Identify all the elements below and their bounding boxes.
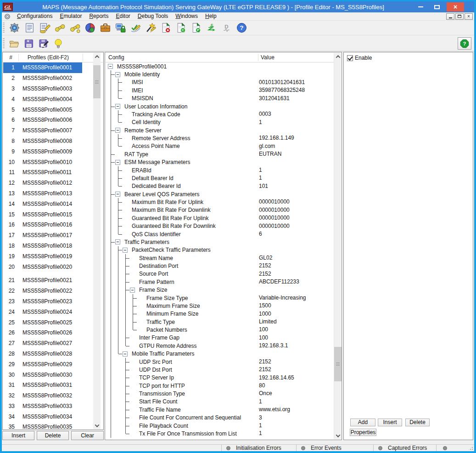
config-item-value[interactable]: 1500 xyxy=(259,302,271,310)
collapse-minus-icon[interactable] xyxy=(115,192,120,197)
config-tree-row[interactable]: GTPU Remote Address192.168.3.1 xyxy=(106,342,334,350)
profile-row[interactable]: 13MSS5S8Profile0013 xyxy=(3,188,93,199)
config-tree-row[interactable]: UDP Src Port2152 xyxy=(106,358,334,366)
profile-row[interactable]: 32MSS5S8Profile0032 xyxy=(3,391,93,401)
config-item-value[interactable]: Limited xyxy=(259,318,277,326)
config-item-value[interactable]: 192.168.14.65 xyxy=(259,374,294,382)
config-item-value[interactable]: 1 xyxy=(259,398,262,406)
continue-script-button[interactable]: C xyxy=(174,21,189,35)
enable-checkbox[interactable] xyxy=(347,55,353,61)
config-tree-row[interactable]: Frame Size TypeVariable-Increasing xyxy=(106,294,334,302)
config-tree-row[interactable]: Maximum Bit Rate For Uplink0000010000 xyxy=(106,198,334,206)
config-item-value[interactable]: 2152 xyxy=(259,270,271,278)
config-tree-row[interactable]: Dedicated Bearer Id101 xyxy=(106,182,334,190)
config-tree-row[interactable]: Bearer Level QOS Parameters xyxy=(106,190,334,198)
menu-reports[interactable]: Reports xyxy=(85,12,112,21)
config-item-value[interactable]: Once xyxy=(259,390,272,397)
config-tree-row[interactable]: File Playback Count1 xyxy=(106,422,334,430)
profile-row[interactable]: 31MSS5S8Profile0031 xyxy=(3,380,93,391)
clear-profile-button[interactable]: Clear xyxy=(71,431,104,440)
profile-row[interactable]: 14MSS5S8Profile0014 xyxy=(3,198,93,209)
config-tree-row[interactable]: Access Point Namegl.com xyxy=(106,142,334,150)
config-tree-row[interactable]: Inter Frame Gap100 xyxy=(106,334,334,342)
profile-row[interactable]: 1MSS5S8Profile0001 xyxy=(3,62,93,73)
config-tree-row[interactable]: MSISDN3012041631 xyxy=(106,95,334,102)
scroll-up-icon[interactable] xyxy=(93,53,101,60)
config-item-value[interactable]: www.etsi.org xyxy=(259,406,290,413)
scrollbar-thumb[interactable] xyxy=(334,347,342,381)
menu-debug-tools[interactable]: Debug Tools xyxy=(134,12,172,21)
scrollbar-thumb[interactable] xyxy=(93,65,101,98)
config-tree-row[interactable]: Traffic Parameters xyxy=(106,238,334,246)
column-header-index[interactable]: # xyxy=(3,53,18,62)
profile-row[interactable]: 5MSS5S8Profile0005 xyxy=(3,104,93,115)
config-tree-row[interactable]: TCP port for HTTP80 xyxy=(106,382,334,390)
remote-access-button[interactable] xyxy=(113,21,128,35)
command-sequencer-button[interactable]: c xyxy=(204,21,219,35)
config-item-value[interactable]: 001013012041631 xyxy=(259,79,305,86)
add-button[interactable]: Add xyxy=(350,419,375,426)
profile-row[interactable]: 2MSS5S8Profile0002 xyxy=(3,73,93,84)
mdi-restore-button[interactable] xyxy=(455,13,464,20)
config-item-value[interactable]: 0000010000 xyxy=(259,222,290,230)
profile-row[interactable]: 21MSS5S8Profile0021 xyxy=(3,275,93,286)
config-tree-row[interactable]: Maximum Frame Size1500 xyxy=(106,302,334,310)
minimize-button[interactable] xyxy=(414,2,427,11)
config-tree-row[interactable]: RAT TypeEUTRAN xyxy=(106,150,334,158)
profile-row[interactable]: 9MSS5S8Profile0009 xyxy=(3,146,93,157)
profiles-scrollbar[interactable] xyxy=(93,53,101,429)
config-item-value[interactable]: 80 xyxy=(259,382,265,390)
events-profile-button[interactable] xyxy=(98,21,113,35)
protocol-settings-button[interactable] xyxy=(7,21,22,35)
config-item-value[interactable]: 0003 xyxy=(259,110,271,118)
config-tree-row[interactable]: Traffic TypeLimited xyxy=(106,318,334,326)
menu-windows[interactable]: Windows xyxy=(172,12,202,21)
profile-row[interactable]: 34MSS5S8Profile0034 xyxy=(3,411,93,422)
config-scrollbar[interactable] xyxy=(334,53,341,439)
script-verify-button[interactable] xyxy=(128,21,143,35)
profile-editor-button[interactable] xyxy=(37,21,52,35)
profile-row[interactable]: 15MSS5S8Profile0015 xyxy=(3,209,93,220)
collapse-minus-icon[interactable] xyxy=(115,128,120,133)
collapse-minus-icon[interactable] xyxy=(115,72,120,77)
config-tree-row[interactable]: Source Port2152 xyxy=(106,270,334,278)
collapse-minus-icon[interactable] xyxy=(115,160,120,165)
config-tree-row[interactable]: Packet Numbers100 xyxy=(106,326,334,334)
config-item-value[interactable]: 100 xyxy=(259,334,268,342)
insert-button[interactable]: Insert xyxy=(378,419,402,426)
mdi-minimize-button[interactable] xyxy=(446,13,454,20)
config-tree-row[interactable]: IMSI001013012041631 xyxy=(106,79,334,86)
collapse-minus-icon[interactable] xyxy=(115,239,120,244)
menu-emulator[interactable]: Emulator xyxy=(56,12,85,21)
profile-row[interactable]: 30MSS5S8Profile0030 xyxy=(3,369,93,380)
config-item-value[interactable]: Variable-Increasing xyxy=(259,294,306,302)
config-item-value[interactable]: 0000010000 xyxy=(259,206,290,214)
config-item-value[interactable]: 1 xyxy=(259,174,262,182)
config-tree-row[interactable]: File Count For Concurrent and Sequential… xyxy=(106,414,334,422)
column-header-value[interactable]: Value xyxy=(261,53,274,62)
column-header-config[interactable]: Config xyxy=(108,53,124,62)
profile-row[interactable]: 17MSS5S8Profile0017 xyxy=(3,230,93,241)
profile-row[interactable]: 16MSS5S8Profile0016 xyxy=(3,220,93,230)
profile-row[interactable]: 20MSS5S8Profile0020 xyxy=(3,261,93,272)
profile-row[interactable]: 22MSS5S8Profile0022 xyxy=(3,286,93,296)
config-tree-row[interactable]: Transmission TypeOnce xyxy=(106,390,334,397)
properties-button[interactable]: Properties xyxy=(350,429,376,436)
config-tree-row[interactable]: ERABId1 xyxy=(106,166,334,174)
call-reception-button[interactable] xyxy=(67,21,83,35)
config-tree-row[interactable]: User Location Information xyxy=(106,102,334,110)
toolbar-gripper[interactable] xyxy=(3,23,5,34)
profile-row[interactable]: 8MSS5S8Profile0008 xyxy=(3,136,93,147)
config-item-value[interactable]: 359877068325248 xyxy=(259,86,305,94)
config-tree-row[interactable]: Mobile Traffic Parameters xyxy=(106,350,334,358)
menu-editor[interactable]: Editor xyxy=(112,12,134,21)
profile-row[interactable]: 29MSS5S8Profile0029 xyxy=(3,359,93,369)
profile-row[interactable]: 23MSS5S8Profile0023 xyxy=(3,296,93,307)
config-item-value[interactable]: gl.com xyxy=(259,142,275,150)
config-tree-row[interactable]: Stream NameGL02 xyxy=(106,254,334,262)
scroll-down-icon[interactable] xyxy=(93,422,101,429)
config-item-value[interactable]: GL02 xyxy=(259,254,272,262)
config-item-value[interactable]: 100 xyxy=(259,326,268,334)
save-as-profile-button[interactable] xyxy=(36,37,51,51)
profile-row[interactable]: 28MSS5S8Profile0028 xyxy=(3,349,93,359)
